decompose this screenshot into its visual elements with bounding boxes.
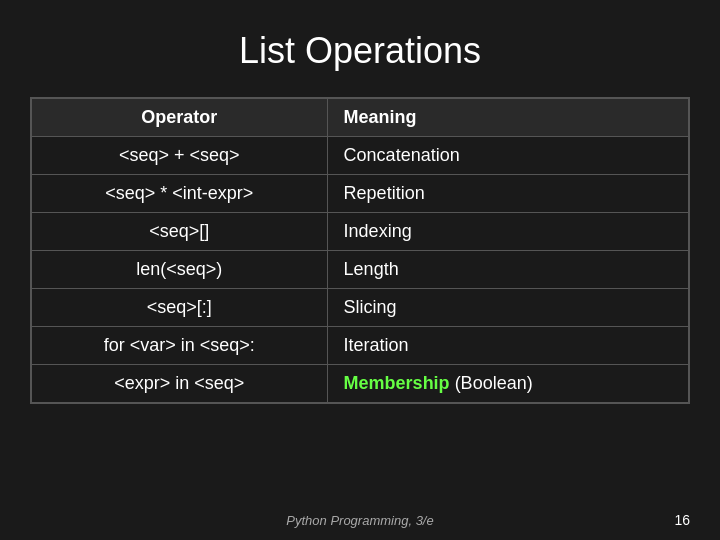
table-row: <seq>[:]Slicing <box>31 289 689 327</box>
cell-meaning: Indexing <box>327 213 689 251</box>
cell-operator: <expr> in <seq> <box>31 365 327 404</box>
table-row: for <var> in <seq>:Iteration <box>31 327 689 365</box>
membership-rest-text: (Boolean) <box>450 373 533 393</box>
cell-operator: <seq>[:] <box>31 289 327 327</box>
membership-green-text: Membership <box>344 373 450 393</box>
header-meaning: Meaning <box>327 98 689 137</box>
table-row: len(<seq>)Length <box>31 251 689 289</box>
table-container: Operator Meaning <seq> + <seq>Concatenat… <box>30 97 690 404</box>
header-operator: Operator <box>31 98 327 137</box>
cell-meaning: Iteration <box>327 327 689 365</box>
cell-operator: <seq> * <int-expr> <box>31 175 327 213</box>
page-title: List Operations <box>0 0 720 97</box>
operations-table: Operator Meaning <seq> + <seq>Concatenat… <box>30 97 690 404</box>
table-row: <seq> + <seq>Concatenation <box>31 137 689 175</box>
cell-operator: <seq>[] <box>31 213 327 251</box>
cell-meaning: Repetition <box>327 175 689 213</box>
cell-operator: len(<seq>) <box>31 251 327 289</box>
cell-operator: for <var> in <seq>: <box>31 327 327 365</box>
table-row: <seq>[]Indexing <box>31 213 689 251</box>
cell-meaning: Concatenation <box>327 137 689 175</box>
table-row: <seq> * <int-expr>Repetition <box>31 175 689 213</box>
footer: Python Programming, 3/e <box>0 513 720 528</box>
cell-meaning: Membership (Boolean) <box>327 365 689 404</box>
page-number: 16 <box>674 512 690 528</box>
cell-meaning: Slicing <box>327 289 689 327</box>
cell-meaning: Length <box>327 251 689 289</box>
cell-operator: <seq> + <seq> <box>31 137 327 175</box>
table-row: <expr> in <seq>Membership (Boolean) <box>31 365 689 404</box>
table-header-row: Operator Meaning <box>31 98 689 137</box>
citation-text: Python Programming, 3/e <box>286 513 433 528</box>
